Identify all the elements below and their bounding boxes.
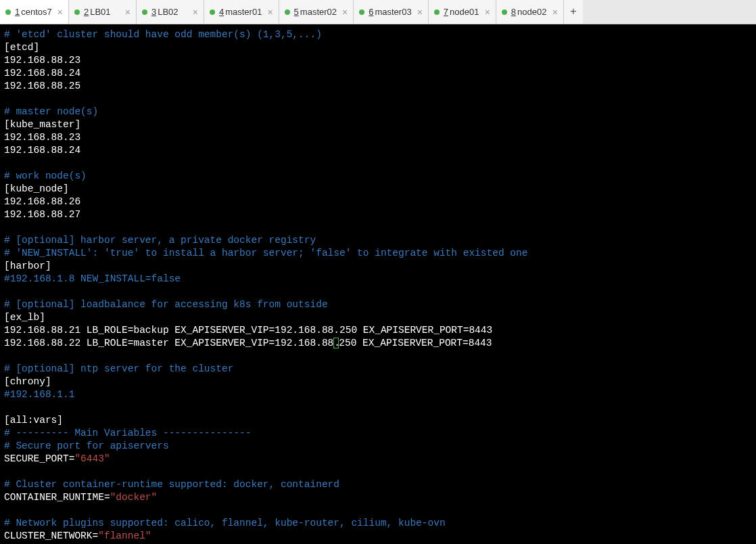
config-line: 192.168.88.23 bbox=[4, 132, 80, 143]
config-line: 192.168.88.27 bbox=[4, 209, 80, 220]
config-line: 250 EX_APISERVER_PORT=8443 bbox=[339, 338, 492, 348]
config-line: [kube_node] bbox=[4, 183, 69, 194]
config-line: 192.168.88.23 bbox=[4, 55, 80, 66]
close-icon[interactable]: × bbox=[125, 7, 131, 18]
config-value: "flannel" bbox=[98, 530, 151, 541]
comment-line: # work node(s) bbox=[4, 171, 87, 181]
tab-master02[interactable]: 5 master02 × bbox=[279, 0, 354, 24]
tab-master01[interactable]: 4 master01 × bbox=[204, 0, 279, 24]
tab-number: 3 bbox=[151, 7, 156, 17]
terminal-content[interactable]: # 'etcd' cluster should have odd member(… bbox=[0, 24, 756, 544]
comment-line: # --------- Main Variables -------------… bbox=[4, 428, 251, 438]
comment-line: # 'etcd' cluster should have odd member(… bbox=[4, 29, 322, 40]
config-line: 192.168.88.25 bbox=[4, 81, 80, 91]
comment-line: # [optional] harbor server, a private do… bbox=[4, 235, 316, 246]
comment-line: # Secure port for apiservers bbox=[4, 440, 169, 451]
tab-lb01[interactable]: 2 LB01 × bbox=[69, 0, 137, 24]
comment-line: # [optional] loadbalance for accessing k… bbox=[4, 299, 328, 310]
close-icon[interactable]: × bbox=[267, 7, 273, 18]
tab-label: master02 bbox=[300, 7, 337, 17]
config-key: CONTAINER_RUNTIME= bbox=[4, 492, 110, 503]
tab-label: LB01 bbox=[90, 7, 120, 17]
tab-master03[interactable]: 6 master03 × bbox=[354, 0, 429, 24]
comment-line: # [optional] ntp server for the cluster bbox=[4, 363, 233, 374]
comment-line: #192.168.1.1 bbox=[4, 389, 74, 400]
tab-centos7[interactable]: 1 centos7 × bbox=[0, 0, 69, 24]
config-line: [etcd] bbox=[4, 42, 39, 53]
tab-label: node01 bbox=[450, 7, 479, 17]
tab-bar: 1 centos7 × 2 LB01 × 3 LB02 × 4 master01… bbox=[0, 0, 756, 24]
tab-label: centos7 bbox=[21, 7, 52, 17]
tab-lb02[interactable]: 3 LB02 × bbox=[137, 0, 204, 24]
config-line: [all:vars] bbox=[4, 415, 63, 426]
config-line: 192.168.88.24 bbox=[4, 145, 80, 156]
tab-node02[interactable]: 8 node02 × bbox=[496, 0, 564, 24]
tab-number: 1 bbox=[15, 7, 20, 17]
cursor-icon: . bbox=[333, 338, 339, 348]
config-line: 192.168.88.22 LB_ROLE=master EX_APISERVE… bbox=[4, 338, 333, 348]
config-line: [chrony] bbox=[4, 376, 51, 387]
comment-line: #192.168.1.8 NEW_INSTALL=false bbox=[4, 273, 181, 284]
tab-label: master01 bbox=[225, 7, 262, 17]
tab-number: 5 bbox=[294, 7, 299, 17]
status-dot-icon bbox=[74, 9, 80, 15]
tab-label: master03 bbox=[375, 7, 411, 17]
close-icon[interactable]: × bbox=[417, 7, 423, 18]
config-line: 192.168.88.26 bbox=[4, 196, 80, 207]
config-line: 192.168.88.24 bbox=[4, 68, 80, 78]
config-key: SECURE_PORT= bbox=[4, 453, 74, 464]
config-line: [harbor] bbox=[4, 260, 51, 271]
config-line: [ex_lb] bbox=[4, 312, 45, 323]
status-dot-icon bbox=[210, 9, 215, 15]
tab-label: LB02 bbox=[158, 7, 187, 17]
status-dot-icon bbox=[434, 9, 440, 15]
tab-number: 8 bbox=[511, 7, 516, 17]
close-icon[interactable]: × bbox=[57, 7, 63, 18]
tab-node01[interactable]: 7 node01 × bbox=[429, 0, 496, 24]
add-tab-button[interactable]: + bbox=[564, 0, 583, 24]
config-line: [kube_master] bbox=[4, 119, 80, 130]
close-icon[interactable]: × bbox=[193, 7, 198, 18]
status-dot-icon bbox=[359, 9, 364, 15]
config-value: "docker" bbox=[110, 492, 158, 503]
tab-number: 6 bbox=[369, 7, 373, 17]
tab-number: 4 bbox=[219, 7, 224, 17]
comment-line: # Cluster container-runtime supported: d… bbox=[4, 479, 339, 490]
comment-line: # master node(s) bbox=[4, 106, 98, 117]
config-value: "6443" bbox=[74, 453, 110, 464]
status-dot-icon bbox=[502, 9, 507, 15]
config-line: 192.168.88.21 LB_ROLE=backup EX_APISERVE… bbox=[4, 325, 492, 336]
status-dot-icon bbox=[5, 9, 11, 15]
status-dot-icon bbox=[142, 9, 147, 15]
tab-number: 7 bbox=[444, 7, 448, 17]
tab-label: node02 bbox=[517, 7, 547, 17]
close-icon[interactable]: × bbox=[342, 7, 348, 18]
config-key: CLUSTER_NETWORK= bbox=[4, 530, 98, 541]
comment-line: # Network plugins supported: calico, fla… bbox=[4, 518, 446, 528]
status-dot-icon bbox=[285, 9, 290, 15]
close-icon[interactable]: × bbox=[485, 7, 490, 18]
tab-number: 2 bbox=[84, 7, 89, 17]
comment-line: # 'NEW_INSTALL': 'true' to install a har… bbox=[4, 248, 527, 258]
close-icon[interactable]: × bbox=[552, 7, 558, 18]
